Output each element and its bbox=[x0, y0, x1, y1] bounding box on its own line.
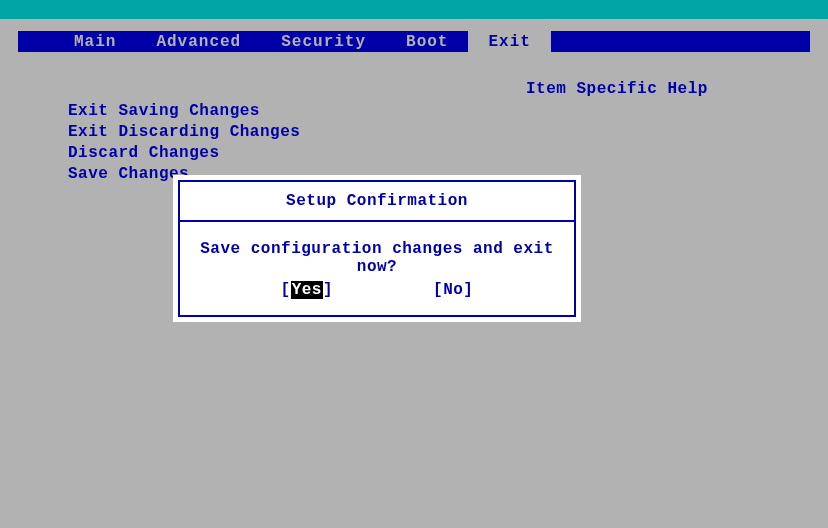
menu-bar: Main Advanced Security Boot Exit bbox=[18, 31, 810, 52]
menu-exit[interactable]: Exit bbox=[468, 31, 550, 52]
exit-saving-changes[interactable]: Exit Saving Changes bbox=[68, 101, 300, 122]
discard-changes[interactable]: Discard Changes bbox=[68, 143, 300, 164]
dialog-frame: Setup Confirmation Save configuration ch… bbox=[178, 180, 576, 317]
dialog-no-button[interactable]: [No] bbox=[433, 281, 473, 299]
exit-menu-list: Exit Saving Changes Exit Discarding Chan… bbox=[68, 101, 300, 185]
title-bar bbox=[0, 0, 828, 19]
dialog-yes-button[interactable]: [Yes] bbox=[281, 281, 334, 299]
menu-main[interactable]: Main bbox=[54, 31, 136, 52]
menu-boot[interactable]: Boot bbox=[386, 31, 468, 52]
menu-security[interactable]: Security bbox=[261, 31, 386, 52]
dialog-message: Save configuration changes and exit now? bbox=[180, 240, 574, 276]
content-area: Item Specific Help Exit Saving Changes E… bbox=[18, 52, 810, 528]
help-panel-title: Item Specific Help bbox=[526, 80, 708, 98]
menu-advanced[interactable]: Advanced bbox=[136, 31, 261, 52]
dialog-body: Save configuration changes and exit now?… bbox=[180, 222, 574, 315]
dialog: Setup Confirmation Save configuration ch… bbox=[173, 175, 581, 322]
dialog-buttons: [Yes] [No] bbox=[180, 281, 574, 299]
dialog-title: Setup Confirmation bbox=[180, 182, 574, 222]
exit-discarding-changes[interactable]: Exit Discarding Changes bbox=[68, 122, 300, 143]
